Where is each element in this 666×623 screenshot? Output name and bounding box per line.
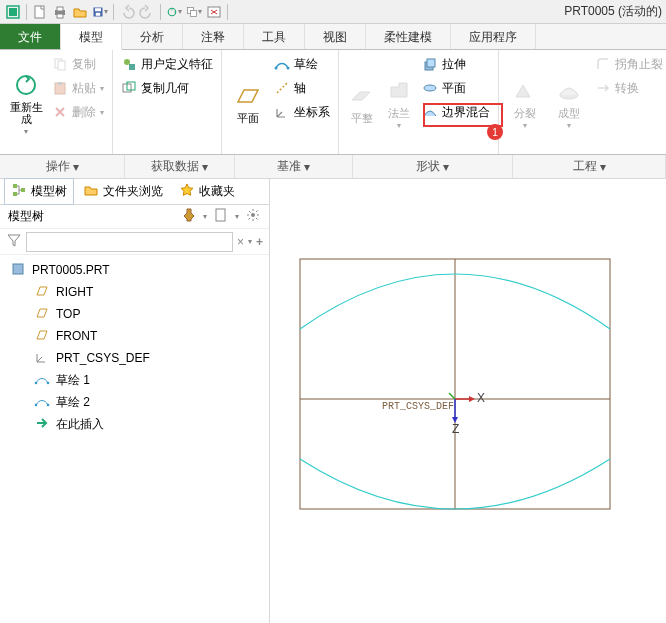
svg-rect-5 (57, 14, 63, 18)
group-engineering[interactable]: 工程 ▾ (513, 155, 666, 178)
svg-rect-34 (13, 264, 23, 274)
tree-item[interactable]: PRT_CSYS_DEF (6, 347, 263, 369)
group-operate[interactable]: 操作 ▾ (0, 155, 125, 178)
graphics-canvas[interactable]: X Z PRT_CSYS_DEF (270, 179, 666, 623)
model-tree: PRT0005.PRT RIGHT TOP FRONT PRT_CSYS_DEF… (0, 255, 269, 439)
svg-rect-26 (427, 59, 435, 67)
delete-icon (52, 104, 68, 120)
close-window-icon[interactable] (205, 3, 223, 21)
plane-button[interactable]: 平面 (226, 52, 270, 154)
tree-item[interactable]: FRONT (6, 325, 263, 347)
svg-rect-1 (9, 8, 17, 16)
tree-item[interactable]: RIGHT (6, 281, 263, 303)
udf-icon (121, 56, 137, 72)
regenerate-icon[interactable]: ▾ (165, 3, 183, 21)
copy-geom-icon (121, 80, 137, 96)
svg-point-38 (47, 403, 50, 406)
paste-icon (52, 80, 68, 96)
regenerate-button[interactable]: 重新生成 ▾ (4, 52, 48, 154)
clear-filter-icon[interactable]: × (237, 235, 244, 249)
part-icon (10, 261, 26, 280)
copy-geometry-button[interactable]: 复制几何 (117, 76, 217, 100)
flange-button[interactable]: 法兰 ▾ (381, 52, 419, 154)
csys-button[interactable]: 坐标系 (270, 100, 334, 124)
windows-icon[interactable]: ▾ (185, 3, 203, 21)
ribbon: 重新生成 ▾ 复制 粘贴 ▾ 删除 ▾ 用户定义特征 复制几何 平面 (0, 50, 666, 155)
plane2-button[interactable]: 平面 (418, 76, 494, 100)
svg-line-46 (449, 393, 455, 399)
copy-icon (52, 56, 68, 72)
copy-button[interactable]: 复制 (48, 52, 108, 76)
tree-item[interactable]: 草绘 2 (6, 391, 263, 413)
filter-icon[interactable] (6, 232, 22, 251)
callout-highlight (423, 103, 503, 127)
svg-line-24 (277, 83, 287, 93)
user-defined-feature-button[interactable]: 用户定义特征 (117, 52, 217, 76)
svg-rect-29 (13, 184, 17, 188)
tab-file[interactable]: 文件 (0, 24, 61, 49)
app-menu-icon[interactable] (4, 3, 22, 21)
print-icon[interactable] (51, 3, 69, 21)
workspace: 模型树 文件夹浏览 收藏夹 模型树 ▾ ▾ × ▾ + (0, 179, 666, 623)
svg-point-13 (17, 76, 35, 94)
svg-point-35 (35, 381, 38, 384)
ribbon-group-labels: 操作 ▾ 获取数据 ▾ 基准 ▾ 形状 ▾ 工程 ▾ (0, 155, 666, 179)
panel-tab-modeltree[interactable]: 模型树 (4, 178, 74, 205)
tool1-icon[interactable] (181, 207, 197, 226)
tab-view[interactable]: 视图 (305, 24, 366, 49)
tree-root[interactable]: PRT0005.PRT (6, 259, 263, 281)
svg-marker-43 (469, 396, 475, 402)
tab-analysis[interactable]: 分析 (122, 24, 183, 49)
delete-button[interactable]: 删除 ▾ (48, 100, 108, 124)
svg-point-33 (251, 213, 255, 217)
svg-rect-15 (58, 61, 65, 70)
tab-app[interactable]: 应用程序 (451, 24, 536, 49)
svg-rect-4 (57, 7, 63, 11)
sketch-icon (274, 56, 290, 72)
form-button[interactable]: 成型 ▾ (547, 52, 591, 154)
panel-tab-folder[interactable]: 文件夹浏览 (76, 178, 170, 205)
new-file-icon[interactable] (31, 3, 49, 21)
flatten-button[interactable]: 平整 (343, 52, 381, 154)
svg-point-37 (35, 403, 38, 406)
sketch-button[interactable]: 草绘 (270, 52, 334, 76)
datum-plane-icon (34, 327, 50, 346)
tab-annotate[interactable]: 注释 (183, 24, 244, 49)
csys-label: PRT_CSYS_DEF (382, 401, 454, 412)
convert-icon (595, 80, 611, 96)
group-getdata[interactable]: 获取数据 ▾ (125, 155, 235, 178)
csys-tree-icon (34, 349, 50, 368)
sidebar: 模型树 文件夹浏览 收藏夹 模型树 ▾ ▾ × ▾ + (0, 179, 270, 623)
save-icon[interactable]: ▾ (91, 3, 109, 21)
group-shape[interactable]: 形状 ▾ (353, 155, 513, 178)
tree-icon (11, 182, 27, 201)
add-icon[interactable]: + (256, 235, 263, 249)
svg-rect-11 (191, 10, 197, 16)
corner-relief-button[interactable]: 拐角止裂 (591, 52, 666, 76)
axis-icon (274, 80, 290, 96)
tree-item[interactable]: TOP (6, 303, 263, 325)
tab-flex[interactable]: 柔性建模 (366, 24, 451, 49)
corner-relief-icon (595, 56, 611, 72)
svg-text:X: X (477, 391, 485, 405)
split-button[interactable]: 分裂 ▾ (503, 52, 547, 154)
open-icon[interactable] (71, 3, 89, 21)
convert-button[interactable]: 转换 (591, 76, 666, 100)
extrude-button[interactable]: 拉伸 (418, 52, 494, 76)
tab-tools[interactable]: 工具 (244, 24, 305, 49)
tree-item-insert[interactable]: 在此插入 (6, 413, 263, 435)
main-tabs: 文件 模型 分析 注释 工具 视图 柔性建模 应用程序 (0, 24, 666, 50)
group-datum[interactable]: 基准 ▾ (235, 155, 353, 178)
axis-button[interactable]: 轴 (270, 76, 334, 100)
panel-tab-favorites[interactable]: 收藏夹 (172, 178, 242, 205)
tab-model[interactable]: 模型 (61, 24, 122, 50)
tool2-icon[interactable] (213, 207, 229, 226)
filter-input[interactable] (26, 232, 233, 252)
settings-icon[interactable] (245, 207, 261, 226)
undo-icon[interactable] (118, 3, 136, 21)
tree-item[interactable]: 草绘 1 (6, 369, 263, 391)
redo-icon[interactable] (138, 3, 156, 21)
svg-point-36 (47, 381, 50, 384)
paste-button[interactable]: 粘贴 ▾ (48, 76, 108, 100)
svg-rect-31 (21, 188, 25, 192)
